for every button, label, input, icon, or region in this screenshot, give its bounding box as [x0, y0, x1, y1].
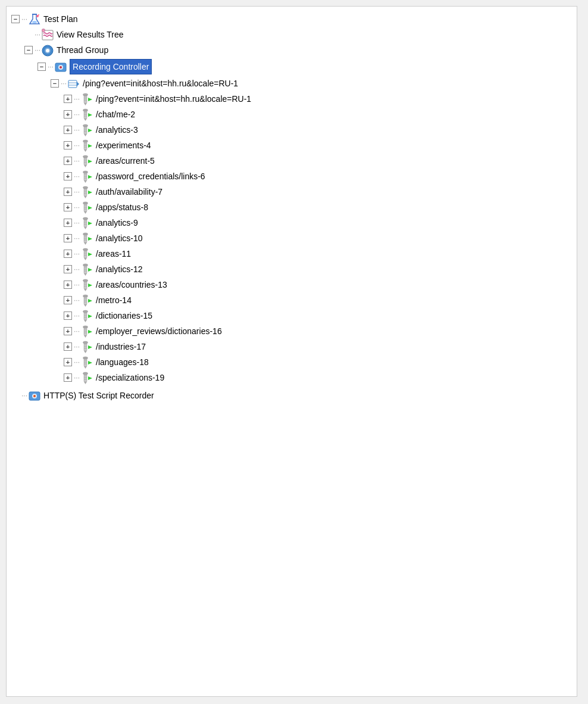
- threadgroup-label[interactable]: Thread Group: [57, 43, 108, 57]
- svg-point-44: [83, 140, 88, 142]
- sampler-row-13[interactable]: + ··· /areas/countries-13: [64, 277, 572, 292]
- sampler-toggle-5[interactable]: +: [64, 157, 72, 165]
- sampler-icon-8: [80, 201, 93, 214]
- sampler-toggle-6[interactable]: +: [64, 172, 72, 180]
- sampler-row-11[interactable]: + ··· /areas-11: [64, 246, 572, 261]
- sampler-row-12[interactable]: + ··· /analytics-12: [64, 261, 572, 277]
- sampler-label-16[interactable]: /employer_reviews/dictionaries-16: [96, 325, 222, 338]
- http-recorder-label[interactable]: HTTP(S) Test Script Recorder: [43, 389, 154, 402]
- svg-point-121: [83, 310, 88, 313]
- sampler-toggle-1[interactable]: +: [64, 95, 72, 103]
- svg-marker-88: [88, 237, 92, 241]
- recording-controller-label[interactable]: Recording Controller: [70, 59, 152, 74]
- sampler-row-5[interactable]: + ··· /areas/current-5: [64, 153, 572, 169]
- sampler-label-2[interactable]: /chat/me-2: [96, 108, 135, 121]
- sampler-toggle-4[interactable]: +: [64, 141, 72, 149]
- sampler-label-3[interactable]: /analytics-3: [96, 123, 138, 136]
- sampler-toggle-18[interactable]: +: [64, 358, 72, 366]
- sampler-icon-1: [80, 92, 93, 105]
- svg-point-37: [83, 124, 88, 127]
- svg-marker-94: [84, 258, 87, 260]
- sampler-label-10[interactable]: /analytics-10: [96, 232, 143, 245]
- sampler-label-1[interactable]: /ping?event=init&host=hh.ru&locale=RU-1: [96, 92, 251, 105]
- connector-dots: ···: [21, 13, 27, 26]
- svg-marker-52: [84, 165, 87, 167]
- sampler-row-15[interactable]: + ··· /dictionaries-15: [64, 308, 572, 323]
- sampler-row-16[interactable]: + ··· /employer_reviews/dictionaries-16: [64, 323, 572, 339]
- connector-dots: ···: [74, 185, 80, 198]
- sampler-label-19[interactable]: /specializations-19: [96, 371, 164, 384]
- sampler-icon-19: [80, 371, 93, 384]
- sampler-row-4[interactable]: + ··· /experiments-4: [64, 138, 572, 153]
- connector-dots: ···: [74, 309, 80, 322]
- svg-point-149: [83, 372, 88, 375]
- sampler-toggle-17[interactable]: +: [64, 342, 72, 351]
- sampler-row-10[interactable]: + ··· /analytics-10: [64, 230, 572, 246]
- sampler-label-7[interactable]: /auth/availability-7: [96, 185, 162, 198]
- svg-marker-74: [88, 206, 92, 210]
- sampler-toggle-2[interactable]: +: [64, 110, 72, 119]
- sampler-label-8[interactable]: /apps/status-8: [96, 201, 148, 214]
- sampler-label-5[interactable]: /areas/current-5: [96, 154, 155, 167]
- sampler-toggle-16[interactable]: +: [64, 327, 72, 335]
- connector-dots: ···: [74, 170, 80, 183]
- recording-controller-row[interactable]: − ··· Recording Controller: [37, 58, 572, 76]
- svg-marker-151: [88, 376, 92, 380]
- sampler-row-14[interactable]: + ··· /metro-14: [64, 292, 572, 308]
- svg-marker-59: [84, 180, 87, 183]
- sampler-toggle-13[interactable]: +: [64, 281, 72, 289]
- svg-marker-81: [88, 222, 92, 225]
- sampler-toggle-7[interactable]: +: [64, 188, 72, 196]
- sampler-label-14[interactable]: /metro-14: [96, 294, 132, 307]
- sampler-icon-3: [80, 123, 93, 136]
- sampler-toggle-14[interactable]: +: [64, 296, 72, 304]
- sampler-label-6[interactable]: /password_credentials/links-6: [96, 170, 205, 183]
- sampler-label-4[interactable]: /experiments-4: [96, 139, 151, 152]
- svg-marker-108: [84, 289, 87, 291]
- sampler-row-2[interactable]: + ··· /chat/me-2: [64, 107, 572, 122]
- thread-group-row[interactable]: − ··· Thread Group: [24, 42, 572, 58]
- sampler-label-18[interactable]: /languages-18: [96, 356, 149, 369]
- sampler-toggle-0[interactable]: −: [51, 79, 59, 88]
- sampler-toggle-10[interactable]: +: [64, 234, 72, 242]
- sampler-label-17[interactable]: /industries-17: [96, 340, 146, 353]
- sampler-toggle-3[interactable]: +: [64, 126, 72, 134]
- threadgroup-toggle[interactable]: −: [24, 46, 33, 54]
- sampler-row-17[interactable]: + ··· /industries-17: [64, 339, 572, 354]
- sampler-toggle-9[interactable]: +: [64, 219, 72, 227]
- sampler-toggle-11[interactable]: +: [64, 250, 72, 258]
- sampler-row-18[interactable]: + ··· /languages-18: [64, 354, 572, 370]
- sampler-row-7[interactable]: + ··· /auth/availability-7: [64, 184, 572, 200]
- sampler-label-12[interactable]: /analytics-12: [96, 263, 143, 276]
- sampler-label-15[interactable]: /dictionaries-15: [96, 309, 152, 322]
- svg-marker-87: [84, 242, 87, 245]
- http-recorder-row[interactable]: ··· HTTP(S) Test Script Recorder: [11, 388, 572, 403]
- view-results-row[interactable]: ··· View Results Tree: [24, 27, 572, 42]
- test-plan-row[interactable]: − ··· Test Plan: [11, 11, 572, 27]
- svg-point-93: [83, 248, 88, 251]
- testplan-toggle[interactable]: −: [11, 15, 20, 23]
- svg-point-30: [83, 109, 88, 111]
- sampler-label-13[interactable]: /areas/countries-13: [96, 278, 167, 291]
- connector-dots: ···: [74, 232, 80, 245]
- sampler-label-11[interactable]: /areas-11: [96, 247, 131, 260]
- sampler-group-row-0[interactable]: − ··· /ping?event=init&host=hh.ru&locale…: [51, 76, 572, 91]
- sampler-row-3[interactable]: + ··· /analytics-3: [64, 122, 572, 138]
- view-results-label[interactable]: View Results Tree: [57, 28, 124, 41]
- sampler-row-1[interactable]: + ··· /ping?event=init&host=hh.ru&locale…: [64, 91, 572, 107]
- sampler-row-6[interactable]: + ··· /password_credentials/links-6: [64, 169, 572, 184]
- sampler-toggle-8[interactable]: +: [64, 203, 72, 211]
- sampler-label-9[interactable]: /analytics-9: [96, 216, 138, 229]
- svg-marker-122: [84, 320, 87, 322]
- sampler-toggle-19[interactable]: +: [64, 373, 72, 382]
- sampler-row-19[interactable]: + ··· /specializations-19: [64, 370, 572, 385]
- recording-toggle[interactable]: −: [37, 63, 46, 71]
- sampler-row-8[interactable]: + ··· /apps/status-8: [64, 200, 572, 215]
- connector-dots: ···: [74, 123, 80, 136]
- sampler-toggle-12[interactable]: +: [64, 265, 72, 273]
- sampler-toggle-15[interactable]: +: [64, 311, 72, 320]
- sampler-label-0[interactable]: /ping?event=init&host=hh.ru&locale=RU-1: [83, 77, 238, 90]
- testplan-label[interactable]: Test Plan: [43, 13, 78, 26]
- svg-point-4: [38, 14, 39, 15]
- sampler-row-9[interactable]: + ··· /analytics-9: [64, 215, 572, 230]
